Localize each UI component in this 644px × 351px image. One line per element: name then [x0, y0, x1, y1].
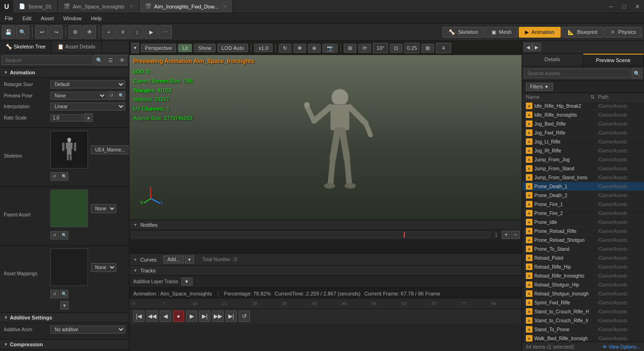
- assets-list[interactable]: A Idle_Rifle_Hip_Break2 /Game/Assets A I…: [522, 102, 644, 342]
- lod-button[interactable]: LOD Auto: [217, 44, 249, 52]
- mode-animation[interactable]: ▶ Animation: [519, 27, 561, 38]
- curves-add-button[interactable]: Add...: [163, 255, 184, 263]
- tab-aim-space-close[interactable]: ✕: [129, 4, 133, 9]
- rotate-btn[interactable]: ↻: [279, 44, 291, 53]
- list-item[interactable]: A Prone_To_Stand /Game/Assets: [522, 245, 644, 254]
- preview-pose-reset-btn[interactable]: ↺: [107, 91, 116, 100]
- skeleton-search-btn[interactable]: 🔍: [60, 172, 68, 181]
- notifies-area[interactable]: 1 + −: [129, 230, 522, 254]
- notifies-minus-btn[interactable]: −: [511, 231, 520, 239]
- perspective-dropdown[interactable]: ▼: [131, 43, 139, 53]
- asset-mappings-dropdown[interactable]: None: [91, 263, 116, 272]
- toolbar-search-btn[interactable]: 🔍: [16, 25, 29, 39]
- tab-aim-ironsights-close[interactable]: ✕: [223, 4, 227, 9]
- menu-help[interactable]: Help: [86, 13, 106, 23]
- toolbar-add-btn[interactable]: +: [102, 25, 115, 39]
- skeleton-dropdown[interactable]: UE4_Manne...: [91, 145, 129, 154]
- zoom-btn[interactable]: ⊕: [308, 44, 321, 53]
- list-item[interactable]: A Stand_to_Crouch_Rifle_H /Game/Assets: [522, 307, 644, 316]
- right-tab-preview-scene[interactable]: Preview Scene: [583, 54, 644, 66]
- parent-asset-dropdown1[interactable]: None: [91, 204, 116, 213]
- curves-header[interactable]: ▼ Curves Add... ▼ Total Number : 0: [129, 254, 522, 266]
- perspective-button[interactable]: Perspective: [141, 44, 176, 52]
- tracks-header[interactable]: ▼ Tracks: [129, 266, 522, 276]
- compression-header[interactable]: ▼ Compression: [0, 340, 129, 350]
- retarget-source-select[interactable]: Default: [50, 80, 125, 88]
- toolbar-more-btn[interactable]: ⋯: [159, 25, 172, 39]
- left-search-button[interactable]: 🔍: [94, 55, 105, 65]
- list-item[interactable]: A Reload_Shotgun_Ironsigh /Game/Assets: [522, 289, 644, 298]
- parent-asset-search-btn[interactable]: 🔍: [60, 231, 68, 239]
- list-item[interactable]: A Jog_Fwd_Rifle /Game/Assets: [522, 128, 644, 137]
- list-item[interactable]: A Prone_Death_2 /Game/Assets: [522, 191, 644, 200]
- list-item[interactable]: A Jump_From_Jog /Game/Assets: [522, 155, 644, 164]
- mode-skeleton[interactable]: 🦴 Skeleton: [443, 27, 484, 38]
- grid-snap-btn[interactable]: ⊠: [421, 44, 434, 53]
- prev-frame-btn[interactable]: ◀: [160, 311, 171, 322]
- assets-search-button[interactable]: 🔍: [632, 68, 642, 79]
- preview-pose-select[interactable]: None: [50, 92, 106, 100]
- show-button[interactable]: Show: [194, 44, 216, 52]
- scale-snap-btn[interactable]: ⊡: [390, 44, 402, 53]
- rate-scale-input[interactable]: [50, 114, 83, 121]
- mode-mesh[interactable]: ▣ Mesh: [485, 27, 518, 38]
- list-item[interactable]: A Stand_to_Crouch_Rifle_Ir /Game/Assets: [522, 316, 644, 325]
- additive-settings-header[interactable]: ▼ Additive Settings: [0, 313, 129, 323]
- list-item[interactable]: A Prone_Death_1 /Game/Assets: [522, 182, 644, 191]
- asset-mappings-search-btn[interactable]: 🔍: [60, 290, 68, 298]
- additive-anim-select[interactable]: No additive: [50, 326, 125, 334]
- step-back-btn[interactable]: ◀◀: [146, 311, 158, 322]
- skeleton-reset-btn[interactable]: ↺: [50, 172, 59, 181]
- tab-scene01[interactable]: 📄 Scene_01: [13, 0, 58, 13]
- asset-mappings-reset-btn[interactable]: ↺: [50, 290, 59, 298]
- scale-button[interactable]: x1.0: [254, 44, 273, 52]
- toolbar-save-btn[interactable]: 💾: [2, 25, 15, 39]
- view-options-button[interactable]: 👁 View Options...: [603, 344, 640, 350]
- step-fwd-btn[interactable]: ▶▶: [212, 311, 224, 322]
- list-item[interactable]: A Prone_Idle /Game/Assets: [522, 218, 644, 227]
- animation-section-header[interactable]: ▼ Animation: [0, 68, 129, 78]
- list-item[interactable]: A Prone_Fire_2 /Game/Assets: [522, 209, 644, 218]
- tab-aim-ironsights[interactable]: 🎬 Aim_Ironsights_Fwd_Dow... ✕: [139, 0, 233, 13]
- toolbar-grid-btn[interactable]: #: [116, 25, 129, 39]
- notifies-header[interactable]: ▼ Notifies: [129, 220, 522, 230]
- parent-asset-reset-btn[interactable]: ↺: [50, 231, 59, 239]
- go-to-end-btn[interactable]: ▶|: [225, 311, 237, 322]
- list-item[interactable]: A Idle_Rifle_Ironsights /Game/Assets: [522, 111, 644, 120]
- tab-skeleton-tree[interactable]: 🦴 Skeleton Tree: [0, 41, 52, 53]
- left-options-button[interactable]: 👁: [117, 55, 127, 65]
- list-item[interactable]: A Jump_From_Stand_Irons /Game/Assets: [522, 173, 644, 182]
- list-item[interactable]: A Sprint_Fwd_Rifle /Game/Assets: [522, 298, 644, 307]
- toolbar-transform-btn[interactable]: ↕: [130, 25, 144, 39]
- pan-btn[interactable]: ✥: [293, 44, 306, 53]
- list-item[interactable]: A Prone_Reload_Rifle /Game/Assets: [522, 227, 644, 236]
- maximize-button[interactable]: □: [618, 0, 631, 13]
- tab-asset-details[interactable]: 📋 Asset Details: [52, 41, 102, 53]
- play-btn[interactable]: ▶: [186, 311, 197, 322]
- list-item[interactable]: A Jog_Lt_Rifle /Game/Assets: [522, 137, 644, 146]
- menu-asset[interactable]: Asset: [36, 13, 59, 23]
- interpolation-select[interactable]: Linear: [50, 103, 125, 111]
- list-item[interactable]: A Idle_Rifle_Hip_Break2 /Game/Assets: [522, 102, 644, 111]
- list-item[interactable]: A Reload_Rifle_Ironsights /Game/Assets: [522, 271, 644, 280]
- right-tab-details[interactable]: Details: [522, 54, 583, 66]
- mode-physics[interactable]: ⚛ Physics: [604, 27, 642, 38]
- list-item[interactable]: A Reload_Pistol /Game/Assets: [522, 254, 644, 263]
- record-btn[interactable]: ●: [173, 311, 184, 322]
- menu-file[interactable]: File: [0, 13, 18, 23]
- toolbar-anim-btn[interactable]: ▶: [145, 25, 158, 39]
- grid-btn[interactable]: ⊞: [344, 44, 356, 53]
- next-frame-btn[interactable]: ▶|: [199, 311, 210, 322]
- rotate-snap-btn[interactable]: ⟳: [358, 44, 371, 53]
- right-fwd-btn[interactable]: ▶: [532, 43, 541, 51]
- notifies-plus-btn[interactable]: +: [502, 231, 510, 239]
- toolbar-settings-btn[interactable]: ⚙: [69, 25, 82, 39]
- loop-btn[interactable]: ↺: [239, 311, 250, 322]
- tab-aim-space[interactable]: 🎬 Aim_Space_Ironsights ✕: [58, 0, 139, 13]
- minimize-button[interactable]: ─: [604, 0, 618, 13]
- mode-blueprint[interactable]: 📐 Blueprint: [562, 27, 604, 38]
- list-item[interactable]: A Jog_Rt_Rifle /Game/Assets: [522, 146, 644, 155]
- list-item[interactable]: A Reload_Shotgun_Hip /Game/Assets: [522, 280, 644, 289]
- list-item[interactable]: A Walk_Bwd_Rifle_Ironsigh /Game/Assets: [522, 334, 644, 342]
- menu-window[interactable]: Window: [58, 13, 86, 23]
